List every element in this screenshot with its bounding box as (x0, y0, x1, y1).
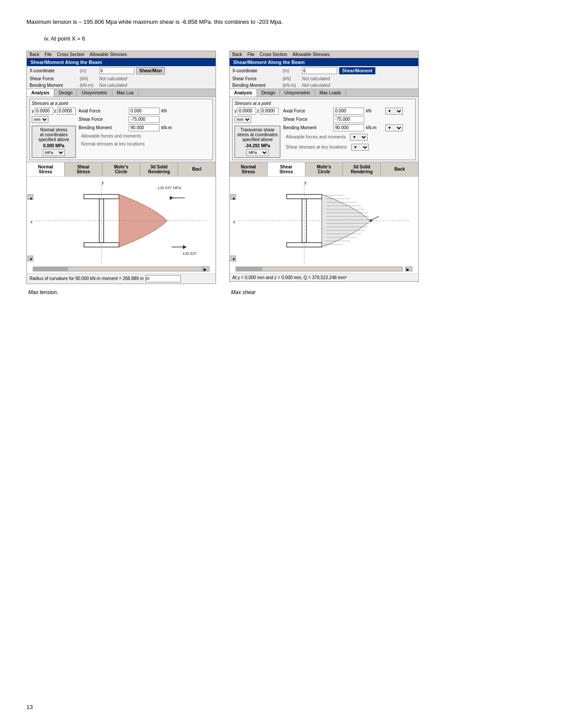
page-number: 13 (26, 704, 33, 710)
left-btn-shear[interactable]: ShearStress (65, 162, 103, 176)
left-unit-row: mm (32, 116, 76, 123)
left-tab-design[interactable]: Design (54, 89, 77, 97)
right-unit-select[interactable]: mm (234, 116, 251, 123)
right-bottom-buttons: NormalStress ShearStress Mohr'sCircle 3d… (230, 162, 418, 176)
right-btn-3d[interactable]: 3d SolidRendering (343, 162, 381, 176)
left-btn-3d[interactable]: 3d SolidRendering (140, 162, 178, 176)
left-bending2-label: Bending Moment (78, 125, 127, 130)
left-stresses-inner: y z mm Normal stress at coordinates (32, 108, 211, 158)
right-bending-row: Bending Moment (kN-m) Not calculated (230, 82, 418, 89)
left-xcoord-row: X-coordinate (m) Shear/Mon (27, 66, 216, 75)
left-z-input[interactable] (57, 108, 76, 115)
left-bending2-input[interactable] (129, 124, 160, 131)
left-normal-stress-value: 0.000 MPa (34, 143, 73, 148)
left-title: Shear/Moment Along the Beam (27, 58, 216, 66)
left-stress-bottom: 130.537 (182, 251, 197, 256)
right-y-label: y (234, 108, 237, 113)
right-shear2-input[interactable] (333, 116, 364, 123)
left-bending-value: Not calculated (99, 83, 213, 88)
right-bending2-input[interactable] (333, 124, 364, 131)
left-axial-label: Axial Force (78, 108, 127, 113)
left-normal-stress-box: Normal stress at coordinates specified a… (32, 126, 76, 158)
left-footer-input[interactable] (145, 275, 181, 282)
right-btn-normal[interactable]: NormalStress (230, 162, 268, 176)
left-xcoord-input[interactable] (99, 67, 134, 74)
right-tabs: Analysis Design Unsymmetric Max Loads (230, 89, 418, 97)
right-xcoord-input[interactable] (302, 67, 337, 74)
right-hscroll-thumb[interactable] (236, 267, 262, 271)
left-xcoord-label: X-coordinate (30, 68, 78, 73)
left-menu-cross[interactable]: Cross Section (57, 52, 84, 57)
left-z-axis-label: z (30, 219, 33, 224)
right-allowable-select[interactable]: ▼ (350, 134, 368, 141)
right-menu-back[interactable]: Back (232, 52, 242, 57)
panels-row: Back File Cross Section Allowable Stress… (26, 51, 536, 284)
right-bending-unit-select[interactable]: ▼ (385, 124, 403, 131)
svg-text:▲: ▲ (232, 195, 236, 200)
right-shearmoment-btn[interactable]: Shear/Moment (339, 67, 376, 75)
left-menu-file[interactable]: File (45, 52, 52, 57)
right-y-axis-label: y (304, 179, 306, 184)
right-z-axis-label: z (233, 219, 235, 224)
right-tab-analysis[interactable]: Analysis (230, 89, 257, 97)
left-mpa-select[interactable]: MPa (43, 149, 65, 156)
left-diagram-svg: y -130.537 MPa z (27, 177, 216, 273)
left-normal-key-row: Normal stresses at key locations (78, 141, 211, 147)
right-bending2-row: Bending Moment kN-m ▼ (283, 124, 413, 131)
right-shear-key-select[interactable]: ▼ (351, 144, 369, 151)
left-normal-stress-label1: Normal stress (34, 127, 73, 132)
right-mpa-select[interactable]: MPa (246, 149, 268, 156)
right-axial-input[interactable] (333, 108, 364, 115)
right-shear-row: Shear Force (kN) Not calculated (230, 75, 418, 82)
right-bending-label: Bending Moment (232, 83, 281, 88)
left-diagram: y -130.537 MPa z (27, 176, 216, 273)
left-unit-select[interactable]: mm (32, 116, 48, 123)
svg-text:▶: ▶ (406, 267, 409, 272)
right-unit-row: mm (234, 116, 280, 123)
right-coords-col: y z mm Transverse shear stress at coordi… (234, 108, 280, 158)
left-tab-analysis[interactable]: Analysis (27, 89, 54, 97)
intro-text: Maximum tension is – 195.806 Mpa while m… (26, 18, 536, 26)
left-shearmon-btn[interactable]: Shear/Mon (136, 67, 165, 75)
left-hscroll-thumb[interactable] (33, 267, 68, 271)
right-z-input[interactable] (260, 108, 279, 115)
left-shear2-input[interactable] (129, 116, 160, 123)
left-caption-container: Max tension. (26, 287, 216, 295)
right-btn-back[interactable]: Back (381, 162, 418, 176)
right-tab-design[interactable]: Design (257, 89, 280, 97)
svg-text:▼: ▼ (29, 257, 33, 261)
left-btn-mohrs[interactable]: Mohr'sCircle (103, 162, 141, 176)
right-shear-unit: (kN) (283, 76, 300, 81)
right-title: Shear/Moment Along the Beam (230, 58, 418, 66)
point-heading: iv. At point X = 6 (44, 35, 536, 42)
left-y-input[interactable] (35, 108, 53, 115)
svg-text:▲: ▲ (29, 195, 33, 200)
left-bending-label: Bending Moment (30, 83, 78, 88)
left-menu-allowable[interactable]: Allowable Stresses (90, 52, 127, 57)
right-menu-allowable[interactable]: Allowable Stresses (293, 52, 330, 57)
right-tab-unsymmetric[interactable]: Unsymmetric (280, 89, 315, 97)
left-normal-stress-label2: at coordinates (34, 132, 73, 137)
svg-text:▼: ▼ (232, 257, 236, 261)
right-btn-shear[interactable]: ShearStress (268, 162, 305, 176)
left-y-label: y (32, 108, 34, 113)
left-y-axis-label: y (101, 179, 104, 184)
right-menu-file[interactable]: File (247, 52, 254, 57)
right-shear-key-row: Shear stresses at key locations ▼ (283, 143, 413, 152)
left-menubar: Back File Cross Section Allowable Stress… (27, 51, 216, 58)
left-btn-normal[interactable]: NormalStress (27, 162, 65, 176)
left-normal-stress-label3: specified above (34, 137, 73, 142)
right-shear-value: Not calculated (302, 76, 416, 81)
right-btn-mohrs[interactable]: Mohr'sCircle (305, 162, 343, 176)
left-tab-maxloa[interactable]: Max Loa (112, 89, 138, 97)
left-axial-input[interactable] (129, 108, 160, 115)
right-menu-cross[interactable]: Cross Section (260, 52, 287, 57)
left-tab-unsymmetric[interactable]: Unsymmetric (77, 89, 112, 97)
right-xcoord-label: X-coordinate (232, 68, 281, 73)
right-tab-maxloads[interactable]: Max Loads (315, 89, 346, 97)
right-axial-unit-select[interactable]: ▼ (385, 108, 403, 115)
left-menu-back[interactable]: Back (30, 52, 39, 57)
left-caption: Max tension. (28, 289, 216, 295)
left-btn-back[interactable]: Bacl (178, 162, 216, 176)
right-y-input[interactable] (238, 108, 256, 115)
